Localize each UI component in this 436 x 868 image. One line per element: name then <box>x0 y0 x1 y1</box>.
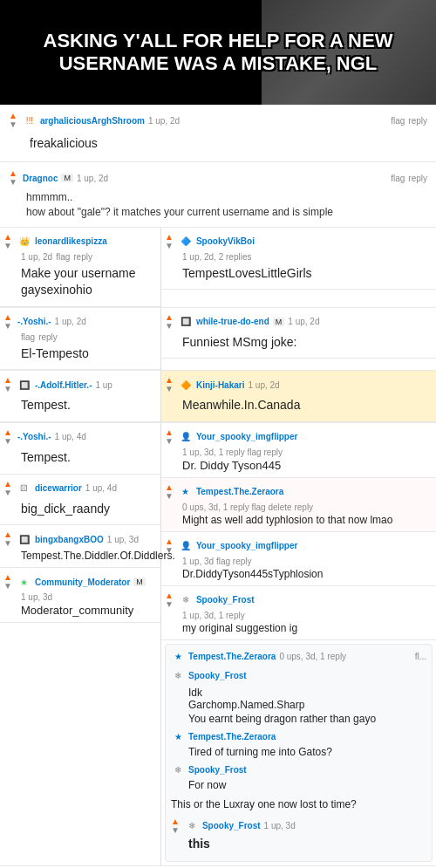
downvote-icon[interactable]: ▼ <box>3 385 12 393</box>
username[interactable]: Spooky_Frost <box>188 765 247 775</box>
username[interactable]: Spooky_Frost <box>196 595 255 605</box>
conv-entry-6: ▲ ▼ ❄ Spooky_Frost 1 up, 3d this <box>171 817 426 851</box>
vote-arrows[interactable]: ▲ ▼ <box>165 483 174 501</box>
username[interactable]: -.Adolf.Hitler.- <box>35 380 92 390</box>
flag-link[interactable]: flag <box>391 116 405 126</box>
reply-link[interactable]: reply <box>38 332 58 342</box>
conversation-block: ★ Tempest.The.Zeraora 0 ups, 3d, 1 reply… <box>165 644 433 862</box>
vote-arrows[interactable]: ▲ ▼ <box>165 591 174 609</box>
user-line: ▲ ▼ 🔲 -.Adolf.Hitler.- 1 up <box>3 376 155 393</box>
vote-arrows[interactable]: ▲ ▼ <box>3 428 12 446</box>
username[interactable]: Your_spooky_imgflipper <box>196 541 298 550</box>
user-line: ❄ Spooky_Frost <box>171 763 426 777</box>
username[interactable]: Tempest.The.Zeraora <box>188 652 276 661</box>
downvote-icon[interactable]: ▼ <box>3 539 12 548</box>
username[interactable]: while-true-do-end <box>196 317 269 326</box>
vote-arrows[interactable]: ▲ ▼ <box>3 233 12 250</box>
username[interactable]: -.Yoshi.- <box>17 432 51 441</box>
comment-yoshi-left: ▲ ▼ -.Yoshi.- 1 up, 2d flag reply El-Tem… <box>0 308 160 371</box>
downvote-icon[interactable]: ▼ <box>171 826 180 835</box>
vote-count: 1 up, 2d <box>248 380 279 390</box>
two-col-row-3: ▲ ▼ 👑 leonardlikespizza 1 up, 2d flag re… <box>0 228 436 308</box>
downvote-icon[interactable]: ▼ <box>165 322 174 331</box>
reply-link[interactable]: reply <box>408 116 427 126</box>
username[interactable]: arghaliciousArghShroom <box>40 116 145 126</box>
comment-arghalicious: ▲ ▼ !!! arghaliciousArghShroom 1 up, 2d … <box>0 105 436 162</box>
downvote-icon[interactable]: ▼ <box>165 546 174 555</box>
vote-count: 1 up, 2d <box>21 252 52 262</box>
meta-info: 1 up, 3d flag reply <box>182 557 431 566</box>
comment-text: IdkGarchomp.Named.Sharp <box>171 685 426 713</box>
downvote-icon[interactable]: ▼ <box>165 600 174 609</box>
comment-dr-diddy: ▲ ▼ 👤 Your_spooky_imgflipper 1 up, 3d, 1… <box>161 423 436 478</box>
reply-link[interactable]: reply <box>263 448 283 457</box>
mod-star-icon: ★ <box>17 575 31 589</box>
reply-link[interactable]: reply <box>408 174 427 183</box>
user-flair: M <box>133 578 146 586</box>
downvote-icon[interactable]: ▼ <box>9 120 17 129</box>
right-pane-thread: ▲ ▼ 👤 Your_spooky_imgflipper 1 up, 3d, 1… <box>161 423 436 865</box>
downvote-icon[interactable]: ▼ <box>165 492 174 501</box>
username[interactable]: bingxbangxBOO <box>35 535 104 544</box>
vote-arrows[interactable]: ▲ ▼ <box>3 313 12 331</box>
vote-arrows[interactable]: ▲ ▼ <box>9 169 17 187</box>
user-line: ▲ ▼ 🔲 bingxbangxBOO 1 up, 3d <box>3 530 155 548</box>
flag-link[interactable]: flag <box>248 448 262 457</box>
downvote-icon[interactable]: ▼ <box>9 178 17 187</box>
downvote-icon[interactable]: ▼ <box>3 489 12 497</box>
user-icon: 🔲 <box>17 532 31 546</box>
reply-link[interactable]: reply <box>73 252 92 262</box>
username[interactable]: Your_spooky_imgflipper <box>196 432 298 441</box>
vote-arrows[interactable]: ▲ ▼ <box>3 376 12 393</box>
right-pane: ▲ ▼ 🔶 Kinji-Hakari 1 up, 2d Meanwhile.In… <box>161 371 436 422</box>
user-icon: 🔶 <box>179 378 193 392</box>
meta-info: 1 up, 3d, 1 reply <box>182 611 431 620</box>
username[interactable]: Spooky_Frost <box>202 821 261 830</box>
vote-arrows[interactable]: ▲ ▼ <box>165 233 174 250</box>
flag-link[interactable]: flag <box>21 332 35 342</box>
vote-arrows[interactable]: ▲ ▼ <box>3 530 12 548</box>
downvote-icon[interactable]: ▼ <box>3 242 12 250</box>
username[interactable]: Spooky_Frost <box>188 671 247 680</box>
vote-arrows[interactable]: ▲ ▼ <box>165 428 174 446</box>
username[interactable]: Tempest.The.Zeraora <box>188 732 276 742</box>
flag-link[interactable]: flag <box>56 252 70 262</box>
username[interactable]: Dragnoc <box>23 174 58 183</box>
comment-diddytyson-typhlosion: ▲ ▼ 👤 Your_spooky_imgflipper 1 up, 3d fl… <box>161 532 436 586</box>
comment-text: Tempest. <box>21 395 155 416</box>
comment-text: this <box>171 837 426 851</box>
reply-link[interactable]: reply <box>294 502 313 512</box>
username[interactable]: leonardlikespizza <box>35 236 107 246</box>
downvote-icon[interactable]: ▼ <box>165 385 174 393</box>
downvote-icon[interactable]: ▼ <box>3 582 12 591</box>
vote-arrows[interactable]: ▲ ▼ <box>171 817 180 835</box>
username[interactable]: -.Yoshi.- <box>17 317 51 326</box>
username[interactable]: Tempest.The.Zeraora <box>196 487 283 496</box>
vote-arrows[interactable]: ▲ ▼ <box>165 376 174 393</box>
user-icon: ❄ <box>171 669 185 683</box>
comment-text: my original suggestion ig <box>182 622 431 634</box>
delete-link[interactable]: delete <box>268 502 291 512</box>
downvote-icon[interactable]: ▼ <box>3 322 12 331</box>
vote-arrows[interactable]: ▲ ▼ <box>9 112 17 129</box>
username[interactable]: dicewarrior <box>35 483 82 493</box>
vote-arrows[interactable]: ▲ ▼ <box>165 537 174 555</box>
comment-text: Make your username gaysexinohio <box>21 263 155 301</box>
username[interactable]: SpookyVikBoi <box>196 236 255 246</box>
downvote-icon[interactable]: ▼ <box>3 437 12 446</box>
downvote-icon[interactable]: ▼ <box>165 242 174 250</box>
comment-leonard: ▲ ▼ 👑 leonardlikespizza 1 up, 2d flag re… <box>0 228 160 307</box>
flag-link[interactable]: flag <box>391 174 405 183</box>
vote-arrows[interactable]: ▲ ▼ <box>165 313 174 331</box>
comment-text: El-Tempesto <box>21 344 155 365</box>
flag-link[interactable]: flag <box>252 502 266 512</box>
downvote-icon[interactable]: ▼ <box>165 437 174 446</box>
vote-arrows[interactable]: ▲ ▼ <box>3 480 12 497</box>
reply-link[interactable]: reply <box>233 557 252 566</box>
vote-arrows[interactable]: ▲ ▼ <box>3 573 12 591</box>
comment-tempest-typhlosion: ▲ ▼ ★ Tempest.The.Zeraora 0 ups, 3d, 1 r… <box>161 478 436 532</box>
username[interactable]: Kinji-Hakari <box>196 380 245 390</box>
username[interactable]: Community_Moderator <box>35 578 130 587</box>
flag-link[interactable]: flag <box>216 557 230 566</box>
comment-dicewarrior: ▲ ▼ ⚄ dicewarrior 1 up, 4d big_dick_raan… <box>0 475 160 526</box>
